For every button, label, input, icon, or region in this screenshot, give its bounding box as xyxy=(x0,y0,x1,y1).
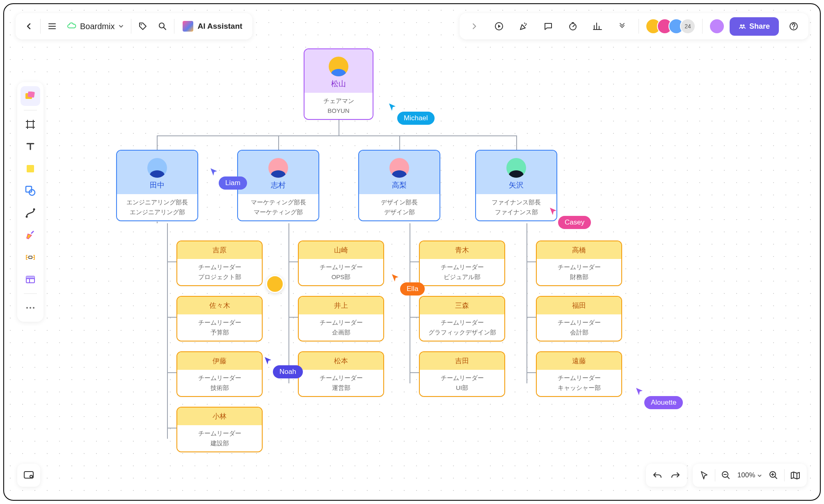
frame-tool[interactable] xyxy=(21,115,40,134)
cursor-michael: Michael xyxy=(397,112,435,125)
svg-point-19 xyxy=(33,307,34,309)
ai-logo-icon xyxy=(183,21,193,32)
org-node-team[interactable]: 佐々木チームリーダー予算部 xyxy=(176,296,263,341)
org-node-team[interactable]: 山崎チームリーダーOPS部 xyxy=(298,241,384,286)
svg-rect-10 xyxy=(26,186,32,192)
org-node-team[interactable]: 松本チームリーダー運営部 xyxy=(298,351,384,397)
svg-point-13 xyxy=(33,208,35,211)
svg-point-17 xyxy=(26,307,28,309)
topbar-left: Boardmix AI Assistant xyxy=(16,13,252,39)
sticker-tool[interactable] xyxy=(21,86,40,106)
org-node-team[interactable]: 遠藤チームリーダーキャッシャー部 xyxy=(536,351,622,397)
collaborator-avatars[interactable]: 24 xyxy=(645,18,696,34)
org-chart-canvas[interactable]: 松山 チェアマン BOYUN 田中 エンジニアリング部長エンジニアリング部 志村… xyxy=(4,4,820,500)
org-node-team[interactable]: 伊藤チームリーダー技術部 xyxy=(176,351,263,397)
svg-rect-14 xyxy=(29,256,32,259)
more-tools[interactable] xyxy=(21,298,40,318)
node-dept: BOYUN xyxy=(304,106,373,116)
org-node-dept[interactable]: 田中 エンジニアリング部長エンジニアリング部 xyxy=(116,150,198,221)
org-node-team[interactable]: 三森チームリーダーグラフィックデザイン部 xyxy=(419,296,505,341)
current-user-avatar[interactable] xyxy=(709,18,725,34)
svg-rect-9 xyxy=(27,165,34,172)
chevron-down-icon xyxy=(118,23,124,30)
chevron-right-button[interactable] xyxy=(465,16,484,36)
cursor-casey: Casey xyxy=(558,216,591,229)
org-node-team[interactable]: 福田チームリーダー会計部 xyxy=(536,296,622,341)
svg-point-4 xyxy=(740,25,742,27)
org-node-dept[interactable]: 志村 マーケティング部長マーケティング部 xyxy=(237,150,319,221)
chat-button[interactable] xyxy=(538,16,558,36)
svg-point-21 xyxy=(30,475,32,478)
org-node-team[interactable]: 井上チームリーダー企画部 xyxy=(298,296,384,341)
svg-rect-16 xyxy=(26,276,34,278)
help-button[interactable] xyxy=(784,16,803,36)
svg-rect-8 xyxy=(27,92,35,98)
shape-tool[interactable] xyxy=(21,181,40,201)
cursor-noah: Noah xyxy=(273,365,303,378)
topbar-right: 24 Share xyxy=(460,13,808,39)
zoom-out-button[interactable] xyxy=(717,466,735,484)
floating-user-avatar[interactable] xyxy=(266,275,284,293)
pen-tool[interactable] xyxy=(21,225,40,245)
board-name-text: Boardmix xyxy=(80,22,114,31)
svg-point-12 xyxy=(26,216,28,218)
org-node-team[interactable]: 吉田チームリーダーUI部 xyxy=(419,351,505,397)
org-node-root[interactable]: 松山 チェアマン BOYUN xyxy=(304,48,373,120)
menu-button[interactable] xyxy=(42,16,62,36)
chart-button[interactable] xyxy=(588,16,607,36)
play-button[interactable] xyxy=(489,16,509,36)
org-node-team[interactable]: 吉原チームリーダープロジェクト部 xyxy=(176,241,263,286)
svg-point-5 xyxy=(742,25,744,27)
cursor-liam: Liam xyxy=(219,176,247,190)
svg-point-18 xyxy=(30,307,31,309)
connector-tool[interactable] xyxy=(21,203,40,223)
cursor-ella: Ella xyxy=(400,282,425,296)
left-toolbar xyxy=(17,82,43,322)
node-name: 松山 xyxy=(304,79,373,89)
tag-button[interactable] xyxy=(133,16,153,36)
svg-point-1 xyxy=(159,23,164,28)
confetti-button[interactable] xyxy=(514,16,533,36)
back-button[interactable] xyxy=(19,16,39,36)
search-button[interactable] xyxy=(153,16,172,36)
locate-button[interactable] xyxy=(17,464,40,487)
timer-button[interactable] xyxy=(563,16,583,36)
share-button[interactable]: Share xyxy=(730,17,779,36)
org-node-team[interactable]: 高橋チームリーダー財務部 xyxy=(536,241,622,286)
undo-button[interactable] xyxy=(648,466,666,484)
table-tool[interactable] xyxy=(21,270,40,289)
org-node-team[interactable]: 小林チームリーダー建設部 xyxy=(176,407,263,452)
board-title[interactable]: Boardmix xyxy=(62,21,129,31)
cloud-icon xyxy=(67,21,77,31)
minimap-button[interactable] xyxy=(786,466,804,484)
org-node-dept[interactable]: 高梨 デザイン部長デザイン部 xyxy=(358,150,440,221)
svg-point-0 xyxy=(141,24,142,25)
zoom-level[interactable]: 100% xyxy=(735,471,764,479)
org-node-dept[interactable]: 矢沢 ファイナンス部長ファイナンス部 xyxy=(475,150,557,221)
note-tool[interactable] xyxy=(21,159,40,179)
pointer-tool[interactable] xyxy=(695,466,713,484)
avatar-overflow[interactable]: 24 xyxy=(680,18,696,34)
text-tool[interactable] xyxy=(21,137,40,156)
zoom-in-button[interactable] xyxy=(764,466,783,484)
share-icon xyxy=(739,23,746,30)
more-tools-button[interactable] xyxy=(612,16,632,36)
redo-button[interactable] xyxy=(666,466,684,484)
cursor-alouette: Alouette xyxy=(644,396,683,409)
node-title: チェアマン xyxy=(304,96,373,106)
org-node-team[interactable]: 青木チームリーダービジュアル部 xyxy=(419,241,505,286)
mindmap-tool[interactable] xyxy=(21,247,40,267)
ai-assistant-button[interactable]: AI Assistant xyxy=(176,21,249,32)
